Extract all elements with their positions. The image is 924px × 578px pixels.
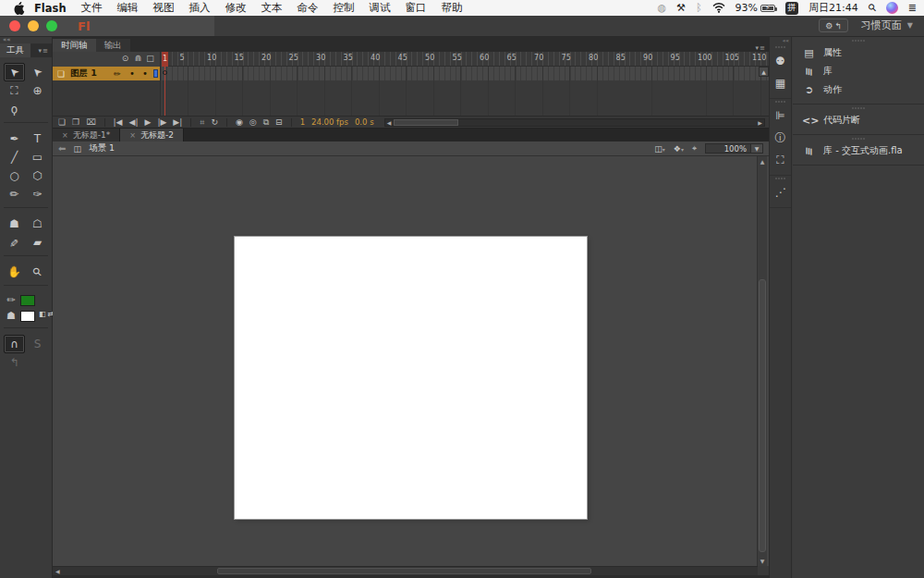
panel-button-properties[interactable]: ▤属性 xyxy=(793,43,924,62)
lasso-tool[interactable]: ϙ xyxy=(4,100,25,118)
align-panel-icon[interactable]: ⊫ xyxy=(770,105,791,127)
menu-item-7[interactable]: 命令 xyxy=(298,1,319,15)
timeline-frames-area[interactable]: 1510152025303540455055606570758085909510… xyxy=(162,52,769,116)
close-tab-icon[interactable]: × xyxy=(129,131,136,140)
notification-center-icon[interactable]: ≣ xyxy=(908,3,917,13)
swatches-panel-icon[interactable]: ▦ xyxy=(770,72,791,94)
menu-item-3[interactable]: 视图 xyxy=(153,1,175,15)
timeline-scroll-up-button[interactable]: ▲ xyxy=(759,67,769,77)
bluetooth-icon[interactable]: ᛒ xyxy=(696,3,702,13)
app-menu-flash[interactable]: Flash xyxy=(34,2,67,15)
pen-tool[interactable]: ✒ xyxy=(4,129,25,148)
edit-scene-button[interactable]: ◫▾ xyxy=(654,143,665,154)
new-folder-button[interactable]: ❐ xyxy=(72,118,79,127)
onion-skin-button[interactable]: ◉ xyxy=(236,118,243,127)
scroll-up-arrow[interactable]: ▲ xyxy=(758,158,767,165)
minimize-window-button[interactable] xyxy=(28,20,39,31)
delete-layer-button[interactable]: ⌧ xyxy=(86,118,95,127)
step-forward-button[interactable]: |▶ xyxy=(157,118,166,127)
menu-item-9[interactable]: 调试 xyxy=(370,1,391,15)
stage-canvas[interactable] xyxy=(235,237,587,519)
transform-panel-icon[interactable]: ⛶ xyxy=(770,149,791,171)
stroke-color-swatch[interactable] xyxy=(20,295,35,306)
timeline-tab-2[interactable]: 输出 xyxy=(96,39,130,52)
empty-keyframe-marker[interactable] xyxy=(163,70,167,75)
zoom-dropdown-arrow[interactable]: ▼ xyxy=(751,143,763,154)
collapse-tools-button[interactable]: «« xyxy=(0,37,52,43)
line-tool[interactable]: ╱ xyxy=(4,148,25,166)
scroll-right-arrow[interactable]: ▶ xyxy=(756,119,764,126)
go-to-last-frame-button[interactable]: ▶| xyxy=(173,118,182,127)
close-window-button[interactable] xyxy=(9,20,20,31)
menu-item-2[interactable]: 编辑 xyxy=(117,1,139,15)
show-hide-all-layers-icon[interactable]: ⊙ xyxy=(119,54,131,63)
paint-bucket-tool[interactable]: ☗ xyxy=(4,215,25,233)
menu-item-1[interactable]: 文件 xyxy=(81,1,103,15)
text-tool[interactable]: T xyxy=(27,129,48,148)
workspace-switcher-button[interactable]: 习惯页面 ▼ xyxy=(861,18,913,32)
fill-color-swatch[interactable] xyxy=(20,311,35,322)
default-colors-icon[interactable]: ◧ xyxy=(39,310,46,318)
apple-menu-icon[interactable] xyxy=(13,2,25,15)
center-frame-button[interactable]: ⌗ xyxy=(200,118,204,127)
menu-bar-clock[interactable]: 周日21:44 xyxy=(808,1,858,15)
timeline-ruler[interactable]: 1510152025303540455055606570758085909510… xyxy=(162,52,769,67)
horizontal-scrollbar[interactable]: ◀ xyxy=(53,566,758,575)
expand-dock-button[interactable]: «« xyxy=(770,37,791,44)
eraser-tool[interactable]: ▰ xyxy=(27,233,48,252)
layer-outline-color-swatch[interactable] xyxy=(153,69,158,78)
step-back-button[interactable]: ◀| xyxy=(129,118,139,127)
current-frame-value[interactable]: 1 xyxy=(300,117,305,127)
pencil-tool[interactable]: ✏ xyxy=(4,185,25,203)
layer-name[interactable]: 图层 1 xyxy=(70,68,97,80)
input-method-icon[interactable]: 拼 xyxy=(785,2,798,15)
oval-tool[interactable]: ○ xyxy=(4,166,25,185)
show-layers-as-outlines-icon[interactable]: □ xyxy=(144,54,156,63)
layer-lock-dot[interactable]: • xyxy=(142,68,148,79)
scroll-down-arrow[interactable]: ▼ xyxy=(758,558,767,564)
timeline-horizontal-scrollbar[interactable]: ◀ ▶ xyxy=(384,118,765,127)
motion-presets-panel-icon[interactable]: ⋰ xyxy=(770,181,791,203)
workspace-settings-button[interactable]: ⚙↰ xyxy=(819,18,848,32)
center-stage-icon[interactable]: ⌖ xyxy=(692,143,697,154)
zoom-tool[interactable]: ⚲ xyxy=(27,263,48,281)
battery-indicator[interactable]: 93% ⚡ xyxy=(736,2,775,14)
eyedropper-tool[interactable]: ✐ xyxy=(4,233,25,252)
go-to-first-frame-button[interactable]: |◀ xyxy=(114,118,123,127)
edit-multiple-frames-button[interactable]: ⧉ xyxy=(263,118,269,127)
hand-tool[interactable]: ✋ xyxy=(4,263,25,281)
menu-item-11[interactable]: 帮助 xyxy=(442,1,463,15)
utility-tool-icon[interactable]: ⚒ xyxy=(676,3,686,13)
loop-button[interactable]: ↻ xyxy=(211,118,218,127)
frame-rate-value[interactable]: 24.00 fps xyxy=(311,117,348,127)
vertical-scrollbar[interactable]: ▲ ▼ xyxy=(757,156,767,566)
stroke-color-control[interactable]: ✏ xyxy=(4,292,50,308)
tools-panel-tab[interactable]: 工具 xyxy=(0,43,30,57)
subselection-tool[interactable]: ➤ xyxy=(27,63,48,81)
document-tab-1[interactable]: ×无标题-1* xyxy=(53,129,120,141)
zoom-level-input[interactable]: 100% xyxy=(705,143,751,154)
wifi-icon[interactable] xyxy=(712,3,725,13)
menu-item-4[interactable]: 插入 xyxy=(189,1,211,15)
panel-menu-icon[interactable]: ▾≡ xyxy=(756,44,769,52)
spotlight-search-icon[interactable]: ⚲ xyxy=(866,2,878,14)
menu-item-8[interactable]: 控制 xyxy=(334,1,355,15)
modify-markers-button[interactable]: ⊟ xyxy=(275,118,283,127)
straighten-option[interactable]: ↰ xyxy=(4,353,25,372)
edit-symbols-button[interactable]: ❖▾ xyxy=(674,143,684,154)
panel-button-code-snippets[interactable]: <>代码片断 xyxy=(793,111,924,129)
selection-tool[interactable]: ➤ xyxy=(4,63,25,81)
scrollbar-thumb[interactable] xyxy=(759,279,766,552)
panel-button-library[interactable]: ≡库 - 交互式动画.fla xyxy=(793,141,924,160)
gripper[interactable] xyxy=(793,105,924,111)
new-layer-button[interactable]: ❏ xyxy=(58,118,66,127)
creative-cloud-icon[interactable]: ◍ xyxy=(657,3,666,13)
info-panel-icon[interactable]: ⓘ xyxy=(770,127,791,149)
gripper[interactable] xyxy=(793,37,924,43)
free-transform-tool[interactable]: ⛶ xyxy=(4,81,25,100)
menu-item-6[interactable]: 文本 xyxy=(261,1,283,15)
scroll-left-arrow[interactable]: ◀ xyxy=(385,119,394,126)
rectangle-tool[interactable]: ▭ xyxy=(27,148,48,166)
close-tab-icon[interactable]: × xyxy=(62,131,68,140)
layer-visibility-dot[interactable]: • xyxy=(129,68,135,79)
